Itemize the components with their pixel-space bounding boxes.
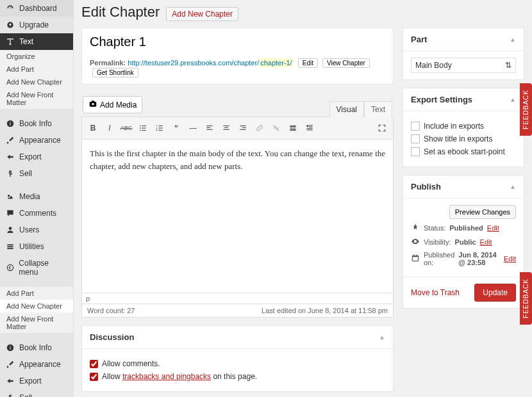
svg-rect-44: [309, 127, 313, 127]
content-editor[interactable]: This is the first chapter in the main bo…: [81, 140, 394, 293]
align-left-icon[interactable]: [203, 121, 217, 135]
admin-sidebar: Dashboard Upgrade Text Organize Add Part…: [0, 0, 74, 397]
sidebar-item-sell[interactable]: Sell: [0, 165, 73, 182]
italic-icon[interactable]: I: [103, 121, 117, 135]
sidebar-item-export-2[interactable]: Export: [0, 373, 73, 389]
part-title[interactable]: Part▲: [403, 28, 524, 51]
align-right-icon[interactable]: [236, 121, 250, 135]
hr-icon[interactable]: —: [186, 121, 200, 135]
label: Allow comments.: [102, 359, 160, 368]
sidebar-item-text[interactable]: Text: [0, 33, 73, 50]
permalink-url[interactable]: http://testuser29.pressbooks.com/chapter…: [128, 58, 293, 67]
svg-rect-23: [142, 130, 145, 131]
sidebar-item-appearance[interactable]: Appearance: [0, 132, 73, 149]
discussion-panel: Discussion▲ Allow comments. Allow trackb…: [81, 325, 394, 392]
brush-icon: [5, 136, 15, 145]
export-title[interactable]: Export Settings▲: [403, 88, 524, 111]
svg-rect-38: [240, 129, 245, 130]
svg-rect-46: [306, 129, 312, 130]
kitchen-sink-icon[interactable]: [303, 121, 317, 135]
sidebar-sub-add-part[interactable]: Add Part: [0, 63, 73, 76]
svg-rect-49: [413, 254, 414, 256]
chapter-title-input[interactable]: [82, 28, 393, 56]
svg-rect-40: [290, 127, 295, 128]
move-to-trash-link[interactable]: Move to Trash: [411, 288, 460, 297]
link-icon[interactable]: [253, 121, 267, 135]
sidebar-item-upgrade[interactable]: Upgrade: [0, 17, 73, 33]
svg-rect-37: [242, 127, 246, 128]
strike-icon[interactable]: ABC: [119, 121, 133, 135]
add-media-button[interactable]: Add Media: [83, 96, 142, 113]
sidebar-item-sell-2[interactable]: Sell: [0, 389, 73, 397]
discussion-title[interactable]: Discussion▲: [82, 326, 393, 349]
ul-icon[interactable]: [136, 121, 150, 135]
status-value: Published: [449, 224, 483, 232]
label: Dashboard: [19, 4, 57, 13]
tab-visual[interactable]: Visual: [329, 101, 364, 117]
preview-button[interactable]: Preview Changes: [449, 205, 516, 219]
svg-rect-45: [306, 128, 312, 129]
svg-rect-34: [224, 127, 228, 128]
bold-icon[interactable]: B: [86, 121, 100, 135]
sidebar-sub-add-chapter-2[interactable]: Add New Chapter: [0, 300, 73, 312]
part-panel: Part▲ Main Body⇅: [403, 28, 524, 80]
sidebar-item-utilities[interactable]: Utilities: [0, 238, 73, 255]
chevron-up-icon: ▲: [510, 183, 516, 190]
align-center-icon[interactable]: [219, 121, 233, 135]
label: Sell: [19, 169, 32, 178]
quote-icon[interactable]: “: [169, 121, 183, 135]
label: Book Info: [19, 343, 52, 352]
export-panel: Export Settings▲ Include in exports Show…: [403, 88, 524, 167]
sidebar-sub-add-front-2[interactable]: Add New Front Matter: [0, 312, 73, 333]
sidebar-item-export[interactable]: Export: [0, 149, 73, 165]
camera-icon: [88, 99, 97, 110]
sidebar-sub-add-part-2[interactable]: Add Part: [0, 287, 73, 300]
status-edit-link[interactable]: Edit: [487, 224, 499, 232]
publish-title[interactable]: Publish▲: [403, 175, 524, 199]
brush-icon: [5, 360, 15, 369]
allow-trackbacks-checkbox[interactable]: [90, 373, 98, 381]
feedback-tab[interactable]: FEEDBACK: [520, 272, 532, 325]
label: Book Info: [19, 119, 52, 128]
start-point-checkbox[interactable]: [411, 147, 420, 156]
sidebar-item-media[interactable]: Media: [0, 188, 73, 205]
sidebar-item-comments[interactable]: Comments: [0, 205, 73, 222]
part-select[interactable]: Main Body⇅: [411, 58, 516, 73]
svg-point-18: [140, 126, 141, 127]
allow-comments-checkbox[interactable]: [90, 360, 98, 368]
feedback-tab[interactable]: FEEDBACK: [520, 83, 532, 136]
date-edit-link[interactable]: Edit: [504, 255, 516, 263]
label: Export: [19, 152, 42, 161]
unlink-icon[interactable]: [269, 121, 283, 135]
sidebar-item-users[interactable]: Users: [0, 222, 73, 238]
show-title-checkbox[interactable]: [411, 134, 420, 143]
sidebar-item-book-info-2[interactable]: Book Info: [0, 339, 73, 356]
update-button[interactable]: Update: [474, 284, 516, 302]
get-shortlink-button[interactable]: Get Shortlink: [92, 68, 138, 77]
sidebar-item-collapse[interactable]: Collapse menu: [0, 255, 73, 280]
trackbacks-link[interactable]: trackbacks and pingbacks: [122, 372, 211, 381]
svg-rect-17: [92, 101, 95, 102]
include-exports-checkbox[interactable]: [411, 122, 420, 131]
tab-text[interactable]: Text: [364, 101, 392, 117]
permalink-slug: chapter-1/: [259, 58, 294, 67]
view-chapter-button[interactable]: View Chapter: [322, 58, 370, 68]
add-new-button[interactable]: Add New Chapter: [166, 7, 238, 21]
sidebar-sub-add-front[interactable]: Add New Front Matter: [0, 88, 73, 109]
sidebar-item-dashboard[interactable]: Dashboard: [0, 0, 73, 17]
sidebar-item-appearance-2[interactable]: Appearance: [0, 356, 73, 373]
chevron-up-icon: ▲: [510, 96, 516, 103]
sidebar-sub-add-chapter[interactable]: Add New Chapter: [0, 76, 73, 88]
ol-icon[interactable]: 123: [153, 121, 167, 135]
svg-rect-7: [7, 246, 13, 247]
label: Set as ebook start-point: [424, 147, 505, 156]
label: Show title in exports: [424, 134, 492, 143]
visibility-edit-link[interactable]: Edit: [480, 238, 492, 246]
sidebar-sub-organize[interactable]: Organize: [0, 50, 73, 63]
sidebar-item-book-info[interactable]: Book Info: [0, 115, 73, 132]
permalink-edit-button[interactable]: Edit: [298, 58, 318, 68]
comment-icon: [5, 209, 15, 218]
more-icon[interactable]: [286, 121, 300, 135]
fullscreen-icon[interactable]: [375, 121, 389, 135]
dollar-icon: [5, 393, 15, 397]
